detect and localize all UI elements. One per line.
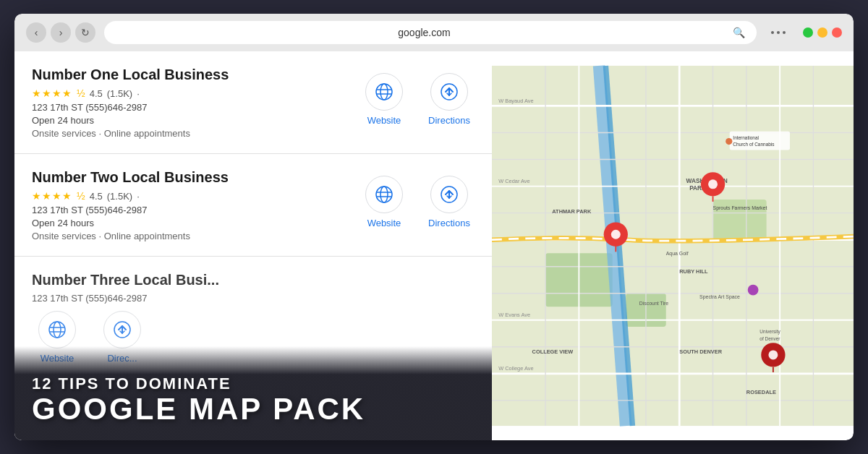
directions-button-1[interactable]: Directions (424, 73, 475, 126)
directions-arrow-icon-2 (440, 185, 459, 204)
svg-text:Sprouts Farmers Market: Sprouts Farmers Market (713, 205, 767, 211)
rating-dot: · (137, 88, 140, 99)
svg-text:Spectra Art Space: Spectra Art Space (699, 294, 740, 300)
svg-rect-15 (492, 66, 854, 426)
svg-point-58 (748, 285, 759, 296)
result-3-address: 123 17th ST (555)646-2987 (32, 293, 475, 304)
overlay-subtitle: 12 TIPS TO DOMINATE (32, 375, 475, 393)
directions-label-2: Directions (428, 218, 470, 228)
svg-text:of Denver: of Denver (760, 336, 780, 341)
svg-rect-51 (730, 132, 790, 150)
refresh-button[interactable]: ↻ (75, 22, 95, 43)
svg-point-6 (380, 187, 388, 202)
svg-point-5 (376, 187, 392, 202)
svg-text:SOUTH DENVER: SOUTH DENVER (679, 348, 722, 355)
back-button[interactable]: ‹ (26, 22, 46, 43)
action-buttons-row-2: Website Directions (359, 176, 475, 228)
forward-button[interactable]: › (51, 22, 71, 43)
map-panel: W Bayaud Ave W Cedar Ave W Evans Ave W C… (492, 51, 854, 440)
svg-text:W College Ave: W College Ave (498, 365, 533, 372)
svg-text:W Bayaud Ave: W Bayaud Ave (498, 98, 533, 104)
rating-stars-2: ★★★★ (32, 190, 72, 202)
globe-icon-3 (48, 320, 67, 339)
nav-buttons: ‹ › ↻ (26, 22, 95, 43)
rating-dot-2: · (137, 191, 140, 202)
directions-arrow-icon-3 (113, 320, 132, 339)
svg-text:ROSEDALE: ROSEDALE (746, 389, 776, 395)
svg-point-55 (708, 179, 718, 189)
directions-icon-circle-1 (430, 73, 468, 111)
website-label-1: Website (367, 115, 401, 126)
svg-point-57 (768, 350, 778, 359)
browser-window: ‹ › ↻ google.com 🔍 Number One Local Busi… (14, 14, 854, 440)
result-1-hours: Open 24 hours (32, 115, 347, 126)
traffic-lights (803, 27, 842, 38)
result-2-address: 123 17th ST (555)646-2987 (32, 205, 347, 215)
svg-text:Aqua Golf: Aqua Golf (666, 251, 689, 257)
svg-text:ATHMAR PARK: ATHMAR PARK (552, 208, 592, 215)
svg-text:Discount Tire: Discount Tire (639, 301, 669, 306)
overlay-title: GOOGLE MAP PACK (32, 393, 475, 426)
svg-point-56 (611, 230, 621, 239)
result-2-rating: ★★★★½ 4.5 (1.5K) · (32, 190, 347, 202)
svg-text:Church of Cannabis: Church of Cannabis (733, 142, 774, 147)
svg-text:COLLEGE VIEW: COLLEGE VIEW (532, 348, 574, 355)
bottom-overlay: 12 TIPS TO DOMINATE GOOGLE MAP PACK (14, 346, 492, 440)
result-1-actions: Website Directions (359, 66, 475, 126)
svg-point-0 (376, 84, 392, 100)
result-item-2: Number Two Local Business ★★★★½ 4.5 (1.5… (14, 154, 492, 257)
action-buttons-row-1: Website Directions (359, 73, 475, 126)
globe-icon-2 (375, 185, 393, 204)
menu-dot-2 (777, 31, 780, 34)
result-2-hours: Open 24 hours (32, 218, 347, 228)
browser-content: Number One Local Business ★★★★½ 4.5 (1.5… (14, 51, 854, 440)
browser-toolbar: ‹ › ↻ google.com 🔍 (14, 14, 854, 51)
red-traffic-light[interactable] (832, 27, 842, 38)
svg-point-54 (726, 138, 732, 145)
directions-icon-circle-2 (430, 176, 468, 213)
svg-text:W Cedar Ave: W Cedar Ave (498, 178, 529, 184)
result-1-rating: ★★★★½ 4.5 (1.5K) · (32, 87, 347, 99)
rating-stars: ★★★★ (32, 87, 72, 99)
svg-text:International: International (733, 135, 759, 140)
result-2-info: Number Two Local Business ★★★★½ 4.5 (1.5… (32, 168, 347, 241)
green-traffic-light[interactable] (803, 27, 813, 38)
result-2-actions: Website Directions (359, 168, 475, 228)
directions-icon-circle-3 (103, 311, 141, 348)
map-svg: W Bayaud Ave W Cedar Ave W Evans Ave W C… (492, 51, 854, 440)
website-icon-circle-3 (38, 311, 76, 348)
half-star: ½ (77, 87, 85, 99)
rating-count: (1.5K) (107, 88, 132, 99)
result-item-1: Number One Local Business ★★★★½ 4.5 (1.5… (14, 51, 492, 154)
directions-arrow-icon-1 (440, 82, 459, 101)
url-text: google.com (116, 27, 733, 38)
rating-value-2: 4.5 (90, 191, 103, 202)
rating-value: 4.5 (90, 88, 103, 99)
search-results-panel: Number One Local Business ★★★★½ 4.5 (1.5… (14, 51, 492, 440)
website-icon-circle-1 (365, 73, 403, 111)
svg-text:University: University (760, 329, 780, 335)
rating-count-2: (1.5K) (107, 191, 132, 202)
result-3-name: Number Three Local Busi... (32, 271, 475, 288)
website-button-1[interactable]: Website (359, 73, 409, 126)
directions-button-2[interactable]: Directions (424, 176, 475, 228)
svg-point-1 (380, 84, 388, 100)
result-1-info: Number One Local Business ★★★★½ 4.5 (1.5… (32, 66, 347, 139)
menu-dot-1 (771, 31, 774, 34)
yellow-traffic-light[interactable] (817, 27, 827, 38)
menu-dot-3 (783, 31, 786, 34)
directions-label-1: Directions (428, 115, 470, 126)
globe-icon-1 (375, 82, 393, 101)
search-icon: 🔍 (733, 27, 745, 38)
result-1-services: Onsite services · Online appointments (32, 128, 347, 139)
result-2-name: Number Two Local Business (32, 168, 347, 186)
result-1-address: 123 17th ST (555)646-2987 (32, 102, 347, 113)
half-star-2: ½ (77, 190, 85, 202)
address-bar[interactable]: google.com 🔍 (104, 21, 757, 44)
website-button-2[interactable]: Website (359, 176, 409, 228)
website-label-2: Website (367, 218, 401, 228)
result-1-name: Number One Local Business (32, 66, 347, 83)
svg-point-10 (49, 322, 65, 338)
svg-point-11 (54, 322, 61, 338)
result-2-services: Onsite services · Online appointments (32, 231, 347, 241)
